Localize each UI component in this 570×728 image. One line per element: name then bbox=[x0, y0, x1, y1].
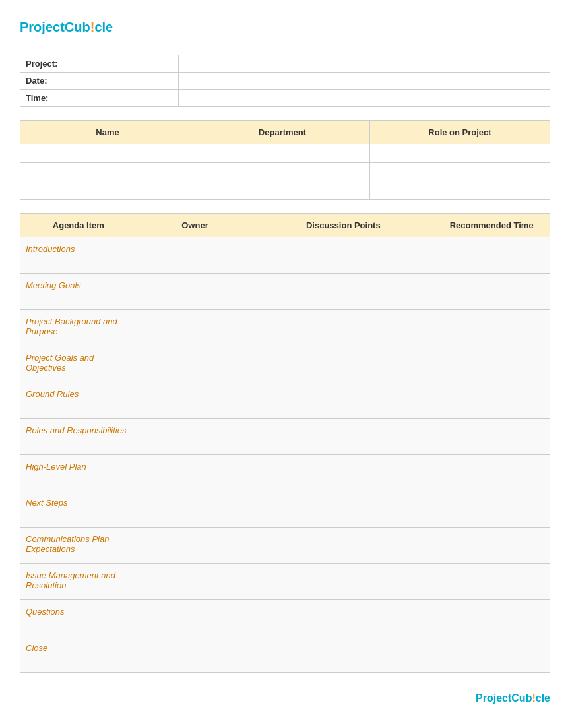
agenda-item-cell: Issue Management and Resolution bbox=[20, 564, 137, 600]
info-label: Time: bbox=[20, 90, 179, 107]
logo-cle: cle bbox=[94, 20, 113, 34]
agenda-column-header: Owner bbox=[137, 214, 253, 237]
attendee-cell[interactable] bbox=[20, 144, 195, 163]
agenda-column-header: Recommended Time bbox=[433, 214, 550, 237]
attendees-column-header: Name bbox=[20, 121, 195, 144]
info-row: Time: bbox=[20, 90, 550, 107]
agenda-discussion-cell[interactable] bbox=[253, 491, 433, 528]
info-value[interactable] bbox=[179, 73, 550, 90]
agenda-discussion-cell[interactable] bbox=[253, 310, 433, 346]
agenda-row: Introductions bbox=[20, 237, 550, 274]
agenda-table: Agenda ItemOwnerDiscussion PointsRecomme… bbox=[20, 213, 550, 673]
agenda-owner-cell[interactable] bbox=[137, 346, 253, 382]
agenda-discussion-cell[interactable] bbox=[253, 419, 433, 455]
agenda-item-cell: Roles and Responsibilities bbox=[20, 419, 137, 455]
info-label: Date: bbox=[20, 73, 179, 90]
agenda-row: Close bbox=[20, 636, 550, 673]
agenda-discussion-cell[interactable] bbox=[253, 382, 433, 419]
attendee-cell[interactable] bbox=[369, 181, 550, 200]
info-table: Project:Date:Time: bbox=[20, 55, 550, 107]
agenda-time-cell[interactable] bbox=[433, 528, 550, 564]
agenda-item-cell: High-Level Plan bbox=[20, 455, 137, 491]
agenda-time-cell[interactable] bbox=[433, 274, 550, 310]
attendee-cell[interactable] bbox=[195, 163, 369, 181]
attendee-row bbox=[20, 163, 550, 181]
attendee-row bbox=[20, 144, 550, 163]
attendees-table: NameDepartmentRole on Project bbox=[20, 120, 550, 200]
logo-cub: Cub bbox=[65, 20, 90, 34]
attendee-cell[interactable] bbox=[369, 163, 550, 181]
attendee-cell[interactable] bbox=[369, 144, 550, 163]
agenda-discussion-cell[interactable] bbox=[253, 564, 433, 600]
agenda-owner-cell[interactable] bbox=[137, 600, 253, 636]
info-value[interactable] bbox=[179, 90, 550, 107]
attendees-column-header: Department bbox=[195, 121, 369, 144]
agenda-row: Project Background and Purpose bbox=[20, 310, 550, 346]
agenda-owner-cell[interactable] bbox=[137, 636, 253, 673]
attendee-cell[interactable] bbox=[195, 144, 369, 163]
attendee-cell[interactable] bbox=[20, 181, 195, 200]
agenda-row: Project Goals and Objectives bbox=[20, 346, 550, 382]
agenda-item-cell: Close bbox=[20, 636, 137, 673]
agenda-owner-cell[interactable] bbox=[137, 237, 253, 274]
agenda-item-cell: Project Goals and Objectives bbox=[20, 346, 137, 382]
agenda-time-cell[interactable] bbox=[433, 310, 550, 346]
agenda-time-cell[interactable] bbox=[433, 636, 550, 673]
info-label: Project: bbox=[20, 55, 179, 73]
agenda-item-cell: Communications Plan Expectations bbox=[20, 528, 137, 564]
agenda-time-cell[interactable] bbox=[433, 237, 550, 274]
agenda-time-cell[interactable] bbox=[433, 419, 550, 455]
agenda-time-cell[interactable] bbox=[433, 346, 550, 382]
attendees-column-header: Role on Project bbox=[369, 121, 550, 144]
agenda-row: Roles and Responsibilities bbox=[20, 419, 550, 455]
footer: ProjectCub!cle bbox=[20, 686, 550, 711]
logo-area: ProjectCub!cle bbox=[20, 13, 550, 42]
agenda-owner-cell[interactable] bbox=[137, 564, 253, 600]
agenda-discussion-cell[interactable] bbox=[253, 455, 433, 491]
agenda-time-cell[interactable] bbox=[433, 455, 550, 491]
agenda-item-cell: Project Background and Purpose bbox=[20, 310, 137, 346]
agenda-discussion-cell[interactable] bbox=[253, 600, 433, 636]
agenda-item-cell: Meeting Goals bbox=[20, 274, 137, 310]
agenda-time-cell[interactable] bbox=[433, 564, 550, 600]
agenda-owner-cell[interactable] bbox=[137, 310, 253, 346]
agenda-row: Meeting Goals bbox=[20, 274, 550, 310]
agenda-discussion-cell[interactable] bbox=[253, 636, 433, 673]
footer-logo-project: Project bbox=[476, 692, 511, 704]
agenda-item-cell: Questions bbox=[20, 600, 137, 636]
agenda-time-cell[interactable] bbox=[433, 600, 550, 636]
agenda-owner-cell[interactable] bbox=[137, 455, 253, 491]
agenda-row: Questions bbox=[20, 600, 550, 636]
logo-project: Project bbox=[20, 20, 65, 34]
agenda-discussion-cell[interactable] bbox=[253, 346, 433, 382]
footer-logo-cub: Cub bbox=[511, 692, 532, 704]
agenda-row: High-Level Plan bbox=[20, 455, 550, 491]
agenda-time-cell[interactable] bbox=[433, 491, 550, 528]
agenda-column-header: Discussion Points bbox=[253, 214, 433, 237]
agenda-owner-cell[interactable] bbox=[137, 419, 253, 455]
agenda-row: Next Steps bbox=[20, 491, 550, 528]
agenda-discussion-cell[interactable] bbox=[253, 237, 433, 274]
attendee-row bbox=[20, 181, 550, 200]
agenda-owner-cell[interactable] bbox=[137, 491, 253, 528]
agenda-time-cell[interactable] bbox=[433, 382, 550, 419]
info-value[interactable] bbox=[179, 55, 550, 73]
attendee-cell[interactable] bbox=[195, 181, 369, 200]
attendee-cell[interactable] bbox=[20, 163, 195, 181]
footer-logo-cle: cle bbox=[536, 692, 550, 704]
agenda-column-header: Agenda Item bbox=[20, 214, 137, 237]
agenda-discussion-cell[interactable] bbox=[253, 274, 433, 310]
agenda-item-cell: Ground Rules bbox=[20, 382, 137, 419]
agenda-owner-cell[interactable] bbox=[137, 382, 253, 419]
agenda-row: Issue Management and Resolution bbox=[20, 564, 550, 600]
agenda-owner-cell[interactable] bbox=[137, 274, 253, 310]
agenda-row: Ground Rules bbox=[20, 382, 550, 419]
agenda-owner-cell[interactable] bbox=[137, 528, 253, 564]
agenda-discussion-cell[interactable] bbox=[253, 528, 433, 564]
agenda-row: Communications Plan Expectations bbox=[20, 528, 550, 564]
agenda-item-cell: Introductions bbox=[20, 237, 137, 274]
info-row: Date: bbox=[20, 73, 550, 90]
agenda-item-cell: Next Steps bbox=[20, 491, 137, 528]
info-row: Project: bbox=[20, 55, 550, 73]
